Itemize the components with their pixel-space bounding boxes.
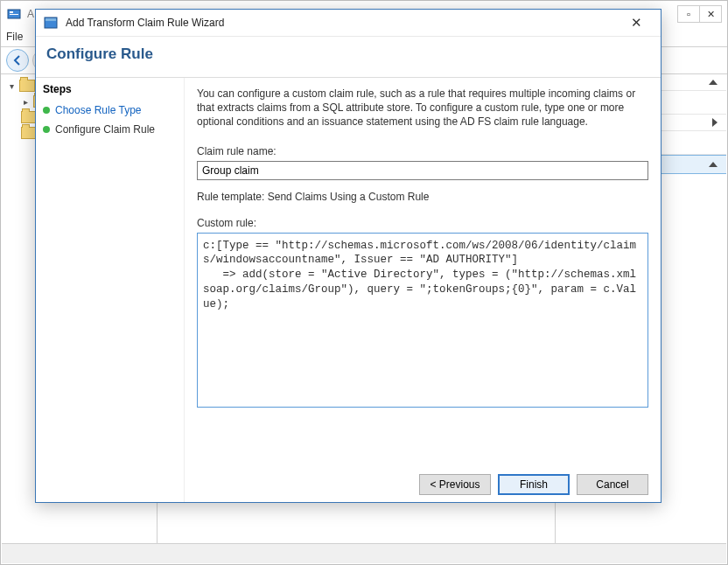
claim-rule-name-input[interactable]: [197, 161, 648, 180]
close-inner-button[interactable]: ✕: [699, 5, 722, 23]
wizard-button-row: < Previous Finish Cancel: [197, 464, 648, 499]
step-choose-rule-type[interactable]: Choose Rule Type: [43, 101, 177, 120]
restore-inner-button[interactable]: ▫: [677, 5, 700, 23]
wizard-titlebar[interactable]: Add Transform Claim Rule Wizard ✕: [36, 10, 661, 37]
chevron-up-icon: [709, 80, 718, 85]
chevron-right-icon: [712, 118, 718, 127]
svg-rect-1: [10, 11, 13, 13]
step-bullet-icon: [43, 126, 50, 133]
wizard-icon: [43, 15, 59, 31]
close-button[interactable]: ✕: [619, 15, 654, 31]
menu-file[interactable]: File: [6, 31, 23, 43]
rule-template-label: Rule template: Send Claims Using a Custo…: [197, 191, 648, 203]
expand-icon[interactable]: ▾: [7, 81, 16, 91]
step-label: Configure Claim Rule: [55, 123, 155, 136]
cancel-button[interactable]: Cancel: [577, 474, 648, 495]
folder-icon: [19, 80, 35, 92]
app-icon: [6, 6, 22, 22]
steps-header: Steps: [43, 83, 177, 95]
svg-rect-2: [10, 14, 18, 15]
claim-rule-name-label: Claim rule name:: [197, 145, 648, 157]
step-bullet-icon: [43, 107, 50, 114]
step-label: Choose Rule Type: [55, 104, 142, 116]
wizard-form: You can configure a custom claim rule, s…: [185, 78, 661, 502]
nav-back-button[interactable]: [6, 49, 29, 72]
wizard-title: Add Transform Claim Rule Wizard: [66, 17, 224, 29]
wizard-dialog: Add Transform Claim Rule Wizard ✕ Config…: [35, 9, 662, 503]
description-text: You can configure a custom claim rule, s…: [197, 87, 648, 129]
expand-icon[interactable]: ▸: [21, 97, 30, 107]
previous-button[interactable]: < Previous: [419, 474, 491, 495]
chevron-up-icon: [709, 162, 718, 167]
wizard-heading: Configure Rule: [36, 37, 661, 78]
window-controls-secondary: ▫ ✕: [678, 5, 722, 23]
custom-rule-label: Custom rule:: [197, 217, 648, 229]
custom-rule-textarea[interactable]: [197, 233, 648, 408]
finish-button[interactable]: Finish: [498, 474, 570, 495]
status-bar: [2, 543, 726, 563]
wizard-body: Steps Choose Rule Type Configure Claim R…: [36, 78, 661, 502]
wizard-steps: Steps Choose Rule Type Configure Claim R…: [36, 78, 185, 502]
step-configure-claim-rule[interactable]: Configure Claim Rule: [43, 120, 177, 139]
svg-rect-4: [46, 18, 56, 21]
